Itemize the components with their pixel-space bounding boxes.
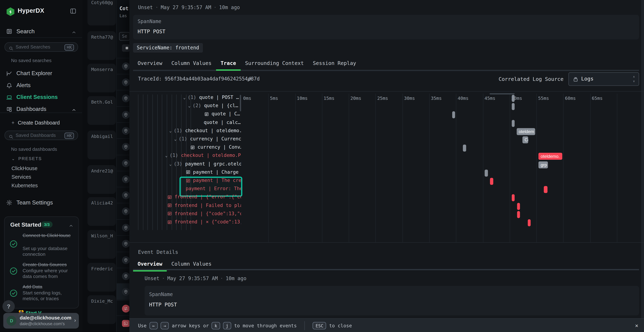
service-name-badge[interactable]: ServiceName: frontend [133, 43, 203, 52]
left-arrow-key[interactable]: ← [149, 322, 158, 329]
sidebar-item-search[interactable]: Search [0, 26, 82, 37]
timeline-scrollbar-thumb[interactable] [490, 93, 515, 94]
session-list-item[interactable]: Coty60@g [88, 0, 116, 26]
session-list-item[interactable]: Alicia42 [88, 197, 116, 226]
trace-tree-row[interactable]: ⌄(2)quote | {cl… [188, 103, 241, 111]
trace-tree-row[interactable]: ⌄(1)quote | POST … [183, 94, 241, 103]
tab-session-replay[interactable]: Session Replay [308, 58, 361, 70]
span-duration-bar[interactable]: grp [539, 161, 548, 168]
chevron-down-icon[interactable]: ⌄ [183, 95, 186, 100]
rail-event-row[interactable] [117, 252, 130, 268]
tab-overview[interactable]: Overview [133, 58, 167, 70]
tab-column-values[interactable]: Column Values [167, 58, 216, 70]
session-list-item[interactable]: Abbigail [88, 130, 116, 160]
trace-tree-row[interactable]: payment | The cre… [186, 178, 241, 186]
rail-event-row[interactable] [117, 122, 130, 139]
session-list-item[interactable]: Andre21@ [88, 165, 116, 194]
chevron-up-icon[interactable] [72, 107, 76, 113]
rail-event-row[interactable] [117, 300, 130, 316]
rail-event-row[interactable] [117, 268, 130, 284]
k-key[interactable]: k [212, 322, 220, 329]
rail-event-row[interactable] [117, 106, 130, 123]
session-list-item[interactable]: Retha77@ [88, 31, 116, 60]
trace-tree-row[interactable]: ⌄(3)payment | grpc.oteld… [169, 161, 241, 169]
span-duration-bar[interactable] [463, 145, 466, 152]
span-duration-bar[interactable] [490, 178, 493, 185]
session-list-item[interactable]: Wilson_H [88, 230, 116, 259]
span-duration-bar[interactable] [544, 186, 548, 193]
edit-pencil-icon[interactable] [247, 76, 252, 83]
sidebar-item-chart-explorer[interactable]: Chart Explorer [0, 70, 82, 79]
trace-tree-row[interactable]: ⌄(1)checkout | oteldemo.… [169, 128, 241, 136]
session-list-item[interactable]: Monserra [88, 64, 116, 92]
sidebar-collapse-icon[interactable] [70, 7, 76, 14]
rail-event-row[interactable] [117, 74, 130, 90]
help-button[interactable]: ? [2, 300, 15, 312]
span-duration-bar[interactable] [512, 194, 515, 202]
sidebar-item-client-sessions[interactable]: Client Sessions [0, 94, 82, 103]
span-duration-bar[interactable] [528, 219, 531, 226]
rail-event-row[interactable] [117, 187, 130, 204]
span-duration-bar[interactable] [517, 211, 520, 218]
event-details-tab-column-values[interactable]: Column Values [167, 258, 216, 270]
preset-item-services[interactable]: Services [12, 174, 31, 180]
trace-tree-row[interactable]: quote | calc… [204, 119, 241, 128]
chevron-down-icon[interactable]: ⌄ [169, 128, 172, 133]
rail-event-row[interactable] [117, 90, 130, 106]
span-duration-bar[interactable] [512, 95, 515, 102]
tab-surrounding-context[interactable]: Surrounding Context [240, 58, 308, 70]
rail-event-row[interactable] [117, 315, 130, 332]
presets-header[interactable]: ⌄PRESETS [12, 156, 42, 161]
get-started-item-title[interactable]: Add Data [22, 284, 73, 290]
trace-tree-row[interactable]: frontend | Failed to place… [167, 202, 241, 210]
right-arrow-key[interactable]: → [161, 322, 169, 329]
span-duration-bar[interactable] [484, 170, 488, 176]
trace-tree-row[interactable]: frontend | {"code":13,"det… [167, 210, 241, 219]
trace-tree-row[interactable]: ⌄(1)checkout | oteldemo.Pa… [165, 152, 241, 161]
hyperdx-logo-icon[interactable] [6, 7, 15, 16]
event-details-tab-overview[interactable]: Overview [133, 258, 167, 270]
preset-item-clickhouse[interactable]: ClickHouse [12, 166, 38, 171]
trace-tree-row[interactable]: frontend | {"error":{"code… [167, 194, 241, 202]
create-dashboard-button[interactable]: +Create Dashboard [12, 120, 60, 126]
trace-tree-row[interactable]: currency | Conv… [190, 144, 241, 152]
chevron-up-icon[interactable] [68, 222, 74, 229]
rail-search-input[interactable]: Se [119, 32, 130, 40]
sidebar-item-alerts[interactable]: Alerts [0, 82, 82, 91]
close-icon[interactable]: ✕ [635, 322, 638, 328]
session-list-item[interactable]: Dixie_Mc [88, 295, 116, 324]
saved-dashboards-input[interactable]: Saved Dashboards ⌘K [4, 130, 78, 140]
session-list-item[interactable]: Beth.Gol [88, 96, 116, 125]
span-duration-bar[interactable]: Co [522, 136, 528, 143]
esc-key[interactable]: ESC [313, 322, 326, 329]
get-started-item-title[interactable]: Create Data Sources [22, 262, 73, 268]
span-duration-bar[interactable] [452, 112, 455, 118]
rail-event-row[interactable] [117, 203, 130, 219]
trace-tree-row[interactable]: ⌄(1)currency | Currenc… [174, 136, 241, 144]
rail-event-row[interactable] [117, 155, 130, 171]
span-duration-bar[interactable] [512, 120, 515, 127]
sidebar-item-team-settings[interactable]: Team Settings [0, 199, 82, 208]
rail-event-row[interactable] [117, 236, 130, 252]
get-started-item-title[interactable]: Connect to ClickHouse [22, 232, 73, 238]
session-list-item[interactable]: Frederic [88, 263, 116, 292]
rail-event-row[interactable] [117, 138, 130, 155]
j-key[interactable]: j [223, 322, 231, 329]
span-duration-bar[interactable]: oteldem [517, 128, 535, 135]
chevron-down-icon[interactable]: ⌄ [188, 104, 191, 108]
tab-trace[interactable]: Trace [216, 58, 240, 70]
preset-item-kubernetes[interactable]: Kubernetes [12, 183, 38, 188]
rail-event-row[interactable] [117, 171, 130, 187]
rail-play-button[interactable] [122, 44, 130, 52]
log-source-select[interactable]: Logs ∧∨ [568, 72, 639, 86]
trace-tree-row[interactable]: quote | C… [204, 111, 241, 119]
trace-tree-row[interactable]: payment | Charge … [186, 169, 241, 177]
sidebar-item-dashboards[interactable]: Dashboards [0, 106, 82, 115]
chevron-down-icon[interactable]: ⌄ [169, 162, 172, 166]
rail-event-row[interactable] [117, 219, 130, 236]
rail-event-row[interactable] [117, 58, 130, 74]
saved-searches-input[interactable]: Saved Searches ⌘K [4, 42, 78, 52]
chevron-down-icon[interactable]: ⌄ [174, 137, 176, 141]
span-duration-bar[interactable]: oteldemo. [539, 153, 562, 160]
trace-tree-row[interactable]: frontend | × {"code":13,"d… [167, 219, 241, 227]
